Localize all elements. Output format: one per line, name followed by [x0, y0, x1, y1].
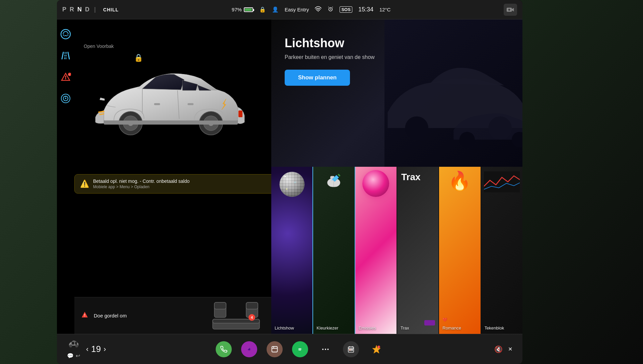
svg-rect-24	[154, 103, 160, 105]
profile-status-icon[interactable]: 👤	[272, 6, 279, 13]
svg-rect-43	[338, 174, 340, 176]
color-picker-mouse	[325, 173, 343, 184]
icon-lane-assist[interactable]	[58, 48, 73, 63]
dashcam-icon[interactable]	[504, 4, 517, 16]
svg-rect-44	[484, 171, 520, 193]
sos-label[interactable]: SOS	[340, 6, 352, 13]
alarm-icon	[328, 6, 334, 13]
calendar-wrapper	[343, 341, 359, 357]
status-center: 97% 🔒 👤 Easy Entry	[119, 6, 504, 13]
seat-map: 4	[208, 299, 265, 332]
romance-fire-icon: 🔥	[448, 172, 471, 190]
emissies-label: Emissies	[359, 325, 376, 331]
trax-label: Trax	[401, 325, 409, 331]
svg-text:!: !	[84, 313, 85, 317]
sparkle-3	[286, 189, 287, 190]
calendar-icon-button[interactable]	[343, 341, 359, 357]
banner-background-car	[384, 19, 523, 167]
battery-indicator: 97%	[232, 7, 253, 12]
status-right	[504, 4, 517, 16]
svg-point-4	[509, 9, 510, 10]
volume-icon[interactable]: 🔇	[494, 345, 503, 353]
taskbar-left: 💬 ↩ ‹ 19 ›	[67, 340, 106, 359]
battery-percentage: 97%	[232, 7, 242, 12]
app-grid: Lichtshow Kleurkiezer	[271, 167, 522, 334]
banner-content: Lichtshow Parkeer buiten en geniet van d…	[285, 36, 375, 86]
disco-shine	[279, 172, 304, 197]
disco-ball	[279, 172, 304, 197]
taskbar-right: 🔇 ✕	[494, 345, 512, 353]
icon-autopilot[interactable]	[58, 91, 73, 106]
svg-rect-60	[348, 347, 354, 349]
app-tile-kleurkiezer[interactable]: Kleurkiezer	[313, 167, 354, 334]
emissies-sphere	[362, 170, 389, 197]
svg-point-13	[100, 136, 234, 144]
svg-point-36	[405, 116, 428, 139]
seatbelt-text: Doe gordel om	[94, 313, 127, 318]
temp-left-value: 19	[91, 344, 101, 354]
lock-status-icon[interactable]: 🔒	[259, 6, 266, 13]
alert-warning-icon: ⚠️	[80, 179, 89, 188]
svg-rect-30	[246, 302, 258, 309]
svg-rect-45	[72, 342, 74, 345]
car-icon[interactable]	[68, 340, 80, 351]
alert-text-sub: Mobiele app > Menu > Opladen	[93, 185, 190, 189]
open-frunk-label: Open Voorbak	[84, 44, 114, 49]
games-icon-button[interactable]: !	[368, 341, 384, 357]
car-illustration	[84, 60, 251, 154]
romance-heart: ❤️	[442, 317, 447, 322]
svg-rect-25	[188, 103, 194, 105]
tekenblok-label: Tekenblok	[485, 325, 504, 331]
trax-bg	[397, 167, 438, 334]
kleurkiezer-bg	[313, 167, 354, 334]
temperature-control: ‹ 19 ›	[86, 344, 106, 354]
icon-speed-limit[interactable]	[58, 27, 73, 42]
wifi-icon	[315, 6, 322, 13]
battery-fill	[245, 8, 252, 11]
svg-rect-55	[272, 346, 278, 352]
taskbar-sub-icons: 💬 ↩	[67, 353, 80, 359]
icon-warning[interactable]: !	[58, 70, 73, 84]
more-icon-button[interactable]: ···	[317, 341, 334, 357]
seatbelt-notification: ! Doe gordel om 4	[74, 297, 271, 334]
svg-rect-28	[214, 302, 226, 309]
trax-chip	[424, 320, 435, 325]
camera-icon-button[interactable]	[241, 341, 257, 357]
time-display: 15:34	[358, 6, 373, 13]
romance-label: Romance	[442, 325, 461, 331]
svg-text:!: !	[69, 74, 70, 76]
spotify-icon-button[interactable]	[292, 341, 308, 357]
app-tile-lichtshow[interactable]: Lichtshow	[271, 167, 312, 334]
svg-rect-23	[104, 121, 238, 125]
temp-right-arrow[interactable]: ›	[103, 345, 106, 354]
svg-point-6	[65, 76, 66, 77]
romance-bg	[439, 167, 480, 334]
lichtshow-subtitle: Parkeer buiten en geniet van de show	[285, 54, 375, 60]
alert-content: Betaald opl. niet mog. - Contr. onbetaal…	[93, 178, 190, 189]
app-tile-romance[interactable]: 🔥 ❤️ Romance	[439, 167, 480, 334]
lichtshow-title: Lichtshow	[285, 36, 375, 50]
status-bar: P R N D | CHILL 97% 🔒 👤 Easy Entry	[57, 0, 522, 19]
svg-rect-16	[238, 111, 242, 117]
svg-point-38	[459, 132, 475, 147]
reply-icon[interactable]: ↩	[76, 353, 80, 359]
prnd-n: N	[77, 6, 82, 13]
browser-icon-button[interactable]	[267, 341, 283, 357]
app-tile-tekenblok[interactable]: Tekenblok	[481, 167, 522, 334]
easy-entry-label: Easy Entry	[285, 7, 309, 12]
chat-icon[interactable]: 💬	[67, 353, 74, 359]
show-plannen-button[interactable]: Show plannen	[285, 70, 350, 86]
svg-point-54	[248, 348, 249, 349]
svg-point-5	[61, 29, 70, 39]
lichtshow-label: Lichtshow	[275, 325, 294, 331]
app-tile-trax[interactable]: Trax Trax	[397, 167, 438, 334]
svg-point-50	[76, 345, 77, 347]
svg-text:4: 4	[251, 315, 253, 319]
open-frunk-button[interactable]: Open Voorbak	[84, 44, 114, 49]
phone-icon-button[interactable]	[216, 341, 232, 357]
kleurkiezer-label: Kleurkiezer	[316, 325, 338, 331]
svg-text:!: !	[378, 346, 379, 348]
app-tile-emissies[interactable]: Emissies	[355, 167, 397, 334]
temperature-display: 12°C	[379, 7, 391, 12]
temp-left-arrow[interactable]: ‹	[86, 345, 88, 354]
